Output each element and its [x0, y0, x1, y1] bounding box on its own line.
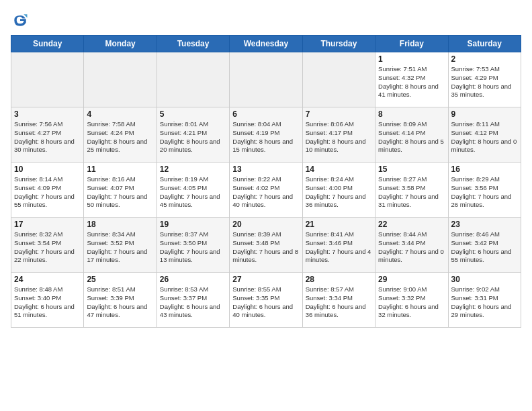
day-number: 12 — [160, 165, 226, 174]
day-number: 10 — [14, 165, 81, 174]
calendar-cell: 8Sunrise: 8:09 AM Sunset: 4:14 PM Daylig… — [375, 107, 448, 163]
calendar-cell: 28Sunrise: 8:57 AM Sunset: 3:34 PM Dayli… — [302, 273, 375, 328]
calendar-week-4: 17Sunrise: 8:32 AM Sunset: 3:54 PM Dayli… — [11, 218, 521, 273]
calendar-cell: 3Sunrise: 7:56 AM Sunset: 4:27 PM Daylig… — [11, 107, 84, 163]
weekday-header-thursday: Thursday — [302, 36, 375, 52]
calendar-cell: 23Sunrise: 8:46 AM Sunset: 3:42 PM Dayli… — [448, 218, 521, 273]
day-number: 4 — [87, 109, 153, 119]
day-info: Sunrise: 8:22 AM Sunset: 4:02 PM Dayligh… — [232, 175, 299, 210]
day-number: 3 — [14, 109, 81, 119]
day-info: Sunrise: 8:06 AM Sunset: 4:17 PM Dayligh… — [306, 120, 372, 154]
day-number: 26 — [160, 275, 226, 284]
calendar-header: SundayMondayTuesdayWednesdayThursdayFrid… — [11, 36, 521, 52]
calendar-cell: 2Sunrise: 7:53 AM Sunset: 4:29 PM Daylig… — [448, 52, 521, 107]
day-number: 28 — [306, 275, 372, 284]
calendar-cell — [11, 52, 84, 107]
day-number: 22 — [378, 220, 445, 229]
calendar-cell: 20Sunrise: 8:39 AM Sunset: 3:48 PM Dayli… — [230, 218, 302, 273]
day-info: Sunrise: 8:09 AM Sunset: 4:14 PM Dayligh… — [378, 120, 445, 154]
day-number: 19 — [160, 220, 226, 229]
calendar-cell: 9Sunrise: 8:11 AM Sunset: 4:12 PM Daylig… — [448, 107, 521, 163]
day-info: Sunrise: 8:51 AM Sunset: 3:39 PM Dayligh… — [87, 285, 153, 320]
day-number: 20 — [232, 220, 299, 229]
calendar-cell: 22Sunrise: 8:44 AM Sunset: 3:44 PM Dayli… — [375, 218, 448, 273]
day-info: Sunrise: 8:11 AM Sunset: 4:12 PM Dayligh… — [451, 120, 518, 154]
day-number: 2 — [451, 54, 518, 64]
day-number: 18 — [87, 220, 153, 229]
calendar-cell: 29Sunrise: 9:00 AM Sunset: 3:32 PM Dayli… — [375, 273, 448, 328]
day-number: 27 — [232, 275, 299, 284]
day-info: Sunrise: 8:16 AM Sunset: 4:07 PM Dayligh… — [87, 175, 153, 210]
day-info: Sunrise: 8:48 AM Sunset: 3:40 PM Dayligh… — [14, 285, 81, 320]
calendar-cell: 16Sunrise: 8:29 AM Sunset: 3:56 PM Dayli… — [448, 163, 521, 218]
day-info: Sunrise: 7:58 AM Sunset: 4:24 PM Dayligh… — [87, 120, 153, 154]
day-number: 17 — [14, 220, 81, 229]
day-number: 25 — [87, 275, 153, 284]
calendar-cell: 19Sunrise: 8:37 AM Sunset: 3:50 PM Dayli… — [157, 218, 229, 273]
day-number: 9 — [451, 109, 518, 119]
calendar-cell — [302, 52, 375, 107]
day-number: 29 — [378, 275, 445, 284]
calendar-cell: 17Sunrise: 8:32 AM Sunset: 3:54 PM Dayli… — [11, 218, 84, 273]
day-info: Sunrise: 8:24 AM Sunset: 4:00 PM Dayligh… — [306, 175, 372, 210]
calendar-week-5: 24Sunrise: 8:48 AM Sunset: 3:40 PM Dayli… — [11, 273, 521, 328]
day-number: 30 — [451, 275, 518, 284]
day-number: 21 — [306, 220, 372, 229]
day-number: 14 — [306, 165, 372, 174]
day-number: 13 — [232, 165, 299, 174]
calendar-cell — [157, 52, 229, 107]
calendar-cell: 10Sunrise: 8:14 AM Sunset: 4:09 PM Dayli… — [11, 163, 84, 218]
logo-icon — [11, 11, 30, 30]
calendar-week-1: 1Sunrise: 7:51 AM Sunset: 4:32 PM Daylig… — [11, 52, 521, 107]
calendar-page: SundayMondayTuesdayWednesdayThursdayFrid… — [0, 0, 532, 411]
day-info: Sunrise: 9:00 AM Sunset: 3:32 PM Dayligh… — [378, 285, 445, 320]
day-number: 11 — [87, 165, 153, 174]
calendar-cell: 7Sunrise: 8:06 AM Sunset: 4:17 PM Daylig… — [302, 107, 375, 163]
day-number: 24 — [14, 275, 81, 284]
day-number: 5 — [160, 109, 226, 119]
day-number: 1 — [378, 54, 445, 64]
weekday-header-row: SundayMondayTuesdayWednesdayThursdayFrid… — [11, 36, 521, 52]
calendar-cell: 30Sunrise: 9:02 AM Sunset: 3:31 PM Dayli… — [448, 273, 521, 328]
calendar-cell: 27Sunrise: 8:55 AM Sunset: 3:35 PM Dayli… — [230, 273, 302, 328]
day-number: 15 — [378, 165, 445, 174]
day-info: Sunrise: 8:37 AM Sunset: 3:50 PM Dayligh… — [160, 230, 226, 265]
weekday-header-wednesday: Wednesday — [230, 36, 302, 52]
day-info: Sunrise: 8:29 AM Sunset: 3:56 PM Dayligh… — [451, 175, 518, 210]
weekday-header-tuesday: Tuesday — [157, 36, 229, 52]
logo — [11, 11, 32, 30]
day-info: Sunrise: 8:27 AM Sunset: 3:58 PM Dayligh… — [378, 175, 445, 210]
calendar-cell: 26Sunrise: 8:53 AM Sunset: 3:37 PM Dayli… — [157, 273, 229, 328]
day-info: Sunrise: 8:34 AM Sunset: 3:52 PM Dayligh… — [87, 230, 153, 265]
day-number: 6 — [232, 109, 299, 119]
day-info: Sunrise: 8:44 AM Sunset: 3:44 PM Dayligh… — [378, 230, 445, 265]
weekday-header-friday: Friday — [375, 36, 448, 52]
day-info: Sunrise: 8:57 AM Sunset: 3:34 PM Dayligh… — [306, 285, 372, 320]
day-info: Sunrise: 8:14 AM Sunset: 4:09 PM Dayligh… — [14, 175, 81, 210]
calendar-cell: 13Sunrise: 8:22 AM Sunset: 4:02 PM Dayli… — [230, 163, 302, 218]
day-number: 7 — [306, 109, 372, 119]
calendar-cell: 14Sunrise: 8:24 AM Sunset: 4:00 PM Dayli… — [302, 163, 375, 218]
day-number: 16 — [451, 165, 518, 174]
calendar-cell — [230, 52, 302, 107]
calendar-cell: 15Sunrise: 8:27 AM Sunset: 3:58 PM Dayli… — [375, 163, 448, 218]
calendar-body: 1Sunrise: 7:51 AM Sunset: 4:32 PM Daylig… — [11, 52, 521, 328]
weekday-header-sunday: Sunday — [11, 36, 84, 52]
calendar-cell: 11Sunrise: 8:16 AM Sunset: 4:07 PM Dayli… — [84, 163, 157, 218]
day-info: Sunrise: 8:53 AM Sunset: 3:37 PM Dayligh… — [160, 285, 226, 320]
calendar-week-2: 3Sunrise: 7:56 AM Sunset: 4:27 PM Daylig… — [11, 107, 521, 163]
calendar-cell: 1Sunrise: 7:51 AM Sunset: 4:32 PM Daylig… — [375, 52, 448, 107]
calendar-cell: 12Sunrise: 8:19 AM Sunset: 4:05 PM Dayli… — [157, 163, 229, 218]
weekday-header-saturday: Saturday — [448, 36, 521, 52]
day-number: 23 — [451, 220, 518, 229]
calendar-cell: 21Sunrise: 8:41 AM Sunset: 3:46 PM Dayli… — [302, 218, 375, 273]
day-info: Sunrise: 8:01 AM Sunset: 4:21 PM Dayligh… — [160, 120, 226, 154]
calendar-cell: 5Sunrise: 8:01 AM Sunset: 4:21 PM Daylig… — [157, 107, 229, 163]
day-info: Sunrise: 7:56 AM Sunset: 4:27 PM Dayligh… — [14, 120, 81, 154]
weekday-header-monday: Monday — [84, 36, 157, 52]
calendar-cell: 24Sunrise: 8:48 AM Sunset: 3:40 PM Dayli… — [11, 273, 84, 328]
calendar-week-3: 10Sunrise: 8:14 AM Sunset: 4:09 PM Dayli… — [11, 163, 521, 218]
day-info: Sunrise: 8:46 AM Sunset: 3:42 PM Dayligh… — [451, 230, 518, 265]
calendar-cell: 6Sunrise: 8:04 AM Sunset: 4:19 PM Daylig… — [230, 107, 302, 163]
day-info: Sunrise: 7:53 AM Sunset: 4:29 PM Dayligh… — [451, 65, 518, 99]
